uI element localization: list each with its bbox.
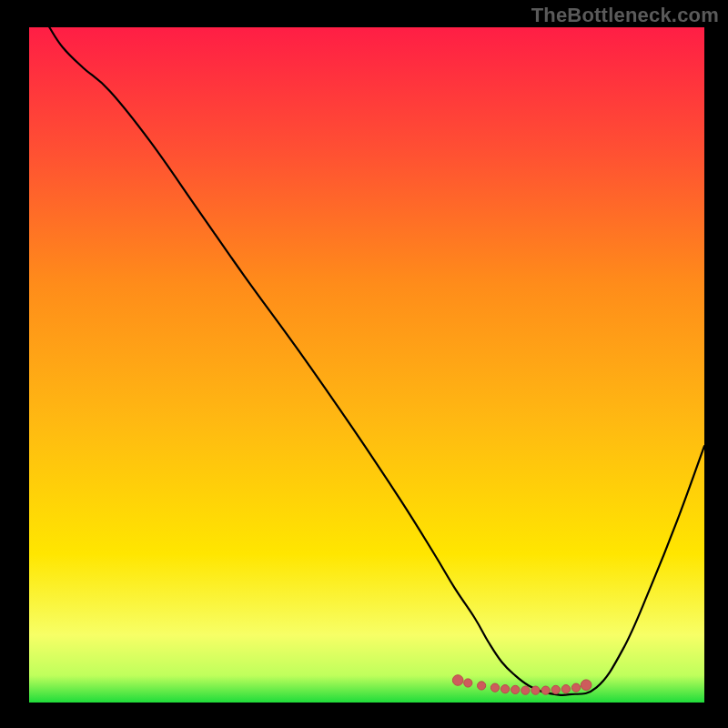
highlight-marker [511,685,520,693]
highlight-marker [531,686,540,694]
highlight-marker [571,683,580,692]
chart-container: TheBottleneck.com [0,0,728,728]
highlight-marker [464,679,472,687]
highlight-marker [551,685,560,693]
watermark-text: TheBottleneck.com [531,4,719,27]
highlight-marker [521,686,530,694]
highlight-marker [501,685,510,693]
highlight-marker [541,686,550,694]
highlight-marker [478,682,486,690]
gradient-background [29,27,704,703]
highlight-marker [490,683,499,692]
highlight-marker [561,685,570,693]
highlight-marker [452,675,463,686]
bottleneck-chart [0,0,728,728]
highlight-marker [581,680,592,691]
